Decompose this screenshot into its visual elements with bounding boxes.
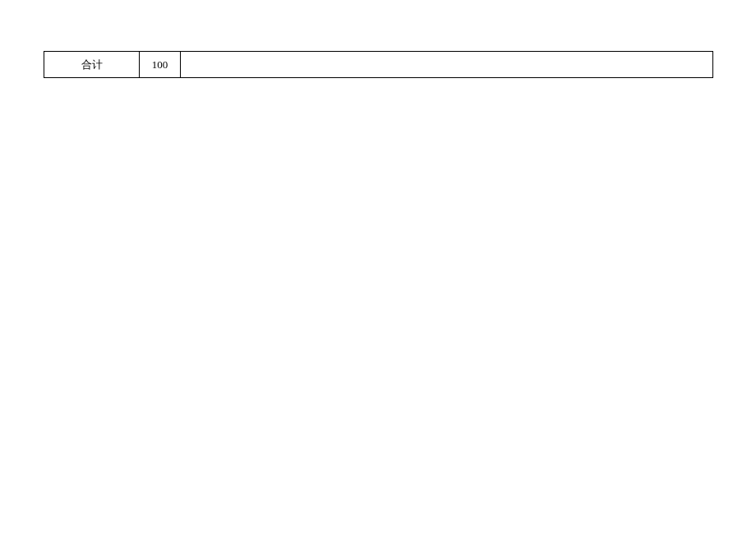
total-label-cell: 合计 (44, 52, 140, 77)
total-extra-cell (181, 52, 712, 77)
total-label: 合计 (81, 58, 103, 72)
total-value-cell: 100 (140, 52, 181, 77)
table-row: 合计 100 (44, 51, 713, 78)
total-value: 100 (152, 58, 168, 71)
